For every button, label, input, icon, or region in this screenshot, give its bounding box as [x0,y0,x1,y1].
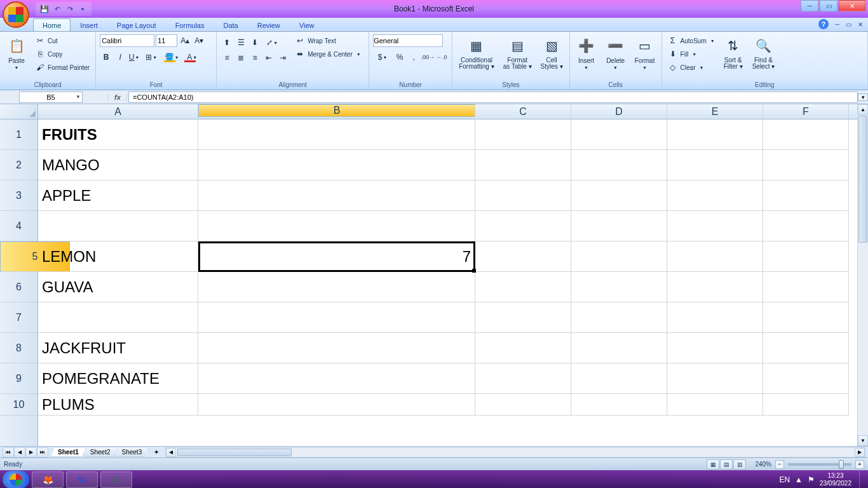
cell-b10[interactable] [198,394,475,416]
row-header-6[interactable]: 6 [0,272,37,302]
col-header-e[interactable]: E [667,104,763,119]
cell-e4[interactable] [667,211,763,241]
cell-e9[interactable] [667,363,763,394]
cell-e2[interactable] [667,150,763,180]
sort-filter-button[interactable]: ⇅Sort &Filter ▾ [721,34,746,71]
close-button[interactable]: ✕ [839,0,865,11]
cell-d6[interactable] [571,272,667,302]
border-button[interactable]: ⊞▼ [142,51,161,64]
tab-insert[interactable]: Insert [71,18,107,31]
cell-b2[interactable] [198,150,475,180]
page-break-view-icon[interactable]: ▥ [733,459,746,470]
row-header-4[interactable]: 4 [0,211,37,241]
tab-home[interactable]: Home [33,18,71,31]
paste-button[interactable]: 📋 Paste ▼ [4,34,29,71]
cell-c5[interactable] [475,241,571,272]
cells-area[interactable]: FRUITS MANGO APPLE LEMON7 GUAVA JACKFRUI… [38,119,868,416]
format-as-table-button[interactable]: ▤Formatas Table ▾ [501,34,534,71]
find-select-button[interactable]: 🔍Find &Select ▾ [750,34,778,71]
tab-data[interactable]: Data [214,18,247,31]
row-header-7[interactable]: 7 [0,302,37,333]
horizontal-scrollbar[interactable]: ◀ ▶ [165,447,865,458]
sheet-prev-icon[interactable]: ◀ [14,447,25,458]
chevron-down-icon[interactable]: ▼ [76,94,81,100]
cell-d1[interactable] [571,119,667,150]
sheet-last-icon[interactable]: ⏭ [37,447,48,458]
sheet-tab-1[interactable]: Sheet1 [51,448,86,457]
copy-button[interactable]: ⎘Copy [33,48,92,60]
font-name-select[interactable] [100,34,154,47]
align-right-icon[interactable]: ≡ [248,51,261,64]
cell-e7[interactable] [667,302,763,333]
minimize-button[interactable]: ─ [801,0,818,11]
cell-f5[interactable] [763,241,849,272]
cell-a8[interactable]: JACKFRUIT [38,333,198,363]
formula-input[interactable] [128,92,858,103]
cell-f6[interactable] [763,272,849,302]
sheet-next-icon[interactable]: ▶ [25,447,37,458]
increase-indent-icon[interactable]: ⇥ [276,51,289,64]
ribbon-close-icon[interactable]: ✕ [858,21,863,28]
scroll-left-icon[interactable]: ◀ [166,448,176,457]
zoom-out-icon[interactable]: − [775,460,784,469]
cell-b8[interactable] [198,333,475,363]
cell-d5[interactable] [571,241,667,272]
expand-formula-bar-icon[interactable]: ▾ [858,93,868,101]
taskbar-excel[interactable]: X [100,471,132,488]
cell-f8[interactable] [763,333,849,363]
cell-a2[interactable]: MANGO [38,150,198,180]
cell-a3[interactable]: APPLE [38,180,198,211]
row-header-3[interactable]: 3 [0,180,37,211]
cell-b4[interactable] [198,211,475,241]
start-button[interactable] [3,471,29,488]
cell-b3[interactable] [198,180,475,211]
select-all-corner[interactable] [0,104,37,119]
zoom-in-icon[interactable]: + [855,460,864,469]
align-middle-icon[interactable]: ☰ [234,36,247,49]
decrease-indent-icon[interactable]: ⇤ [262,51,275,64]
fx-button[interactable]: fx [108,93,127,101]
fill-color-button[interactable]: 🪣▼ [162,51,181,64]
cell-c7[interactable] [475,302,571,333]
cell-d9[interactable] [571,363,667,394]
cell-e1[interactable] [667,119,763,150]
orientation-icon[interactable]: ⤢▼ [262,36,281,49]
wrap-text-button[interactable]: ↩Wrap Text [293,34,363,47]
conditional-formatting-button[interactable]: ▦ConditionalFormatting ▾ [456,34,497,71]
cell-f2[interactable] [763,150,849,180]
cell-c3[interactable] [475,180,571,211]
ribbon-restore-icon[interactable]: ▭ [846,21,851,28]
cell-a6[interactable]: GUAVA [38,272,198,302]
font-color-button[interactable]: A▼ [182,51,201,64]
align-center-icon[interactable]: ≣ [234,51,247,64]
cell-c4[interactable] [475,211,571,241]
row-header-8[interactable]: 8 [0,333,37,363]
cell-e6[interactable] [667,272,763,302]
col-header-c[interactable]: C [475,104,571,119]
cell-f10[interactable] [763,394,849,416]
help-icon[interactable]: ? [818,19,829,29]
taskbar-firefox[interactable]: 🦊 [32,471,64,488]
decrease-decimal-icon[interactable]: ←.0 [435,51,448,64]
bold-button[interactable]: B [100,51,112,64]
flag-icon[interactable]: ⚑ [808,475,815,484]
cell-e5[interactable] [667,241,763,272]
zoom-thumb[interactable] [839,460,844,469]
format-button[interactable]: ▭Format▼ [632,34,658,71]
cell-a10[interactable]: PLUMS [38,394,198,416]
hscroll-thumb[interactable] [177,449,292,456]
cell-b1[interactable] [198,119,475,150]
page-layout-view-icon[interactable]: ▤ [720,459,733,470]
cell-c2[interactable] [475,150,571,180]
row-header-1[interactable]: 1 [0,119,37,150]
currency-icon[interactable]: $▼ [373,51,392,64]
cell-f7[interactable] [763,302,849,333]
sheet-tab-3[interactable]: Sheet3 [115,448,149,457]
align-bottom-icon[interactable]: ⬇ [248,36,261,49]
col-header-b[interactable]: B [198,104,475,117]
cell-a1[interactable]: FRUITS [38,119,198,150]
undo-icon[interactable]: ↶ [52,4,62,14]
cell-e10[interactable] [667,394,763,416]
language-indicator[interactable]: EN [779,475,790,484]
vertical-scrollbar[interactable]: ▲ ▼ [857,104,868,446]
